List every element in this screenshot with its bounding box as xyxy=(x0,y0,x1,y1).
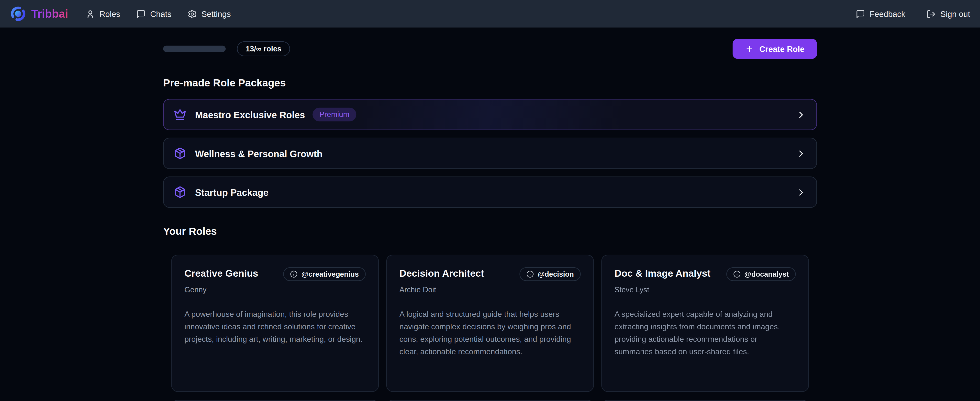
role-subtitle: Archie Doit xyxy=(399,286,581,294)
role-card-partial[interactable] xyxy=(601,400,809,401)
user-icon xyxy=(86,9,95,18)
role-handle-badge[interactable]: @creativegenius xyxy=(283,267,366,281)
brand-logo[interactable]: Tribbai xyxy=(10,6,68,22)
role-title: Doc & Image Analyst xyxy=(614,267,711,280)
card-header: Doc & Image Analyst @docanalyst xyxy=(614,267,795,281)
crown-icon xyxy=(174,108,186,121)
nav-item-roles[interactable]: Roles xyxy=(86,9,120,18)
nav-item-chats[interactable]: Chats xyxy=(137,9,172,18)
roles-toolbar: 13/∞ roles Create Role xyxy=(163,39,817,59)
role-handle: @docanalyst xyxy=(744,270,789,278)
role-card-partial[interactable] xyxy=(171,400,379,401)
nav-item-settings[interactable]: Settings xyxy=(188,9,231,18)
roles-count-badge: 13/∞ roles xyxy=(237,42,290,56)
feedback-chat-icon xyxy=(856,9,865,18)
brand-name: Tribbai xyxy=(31,7,68,20)
chevron-right-icon xyxy=(795,109,806,120)
info-icon xyxy=(290,270,298,278)
feedback-label: Feedback xyxy=(870,9,905,18)
topbar-right: Feedback Sign out xyxy=(856,9,970,18)
package-title: Startup Package xyxy=(195,187,269,197)
package-row-maestro[interactable]: Maestro Exclusive Roles Premium xyxy=(163,99,817,130)
chat-icon xyxy=(137,9,146,18)
role-handle-badge[interactable]: @decision xyxy=(520,267,581,281)
create-role-button[interactable]: Create Role xyxy=(733,39,817,59)
top-navigation-bar: Tribbai Roles Chats xyxy=(0,0,980,27)
roles-usage-progress-bar xyxy=(163,46,226,52)
card-header: Creative Genius @creativegenius xyxy=(185,267,366,281)
package-title: Wellness & Personal Growth xyxy=(195,148,323,159)
role-handle-badge[interactable]: @docanalyst xyxy=(726,267,796,281)
gear-icon xyxy=(188,9,197,18)
info-icon xyxy=(733,270,741,278)
premade-packages-heading: Pre-made Role Packages xyxy=(163,77,817,89)
package-icon xyxy=(174,186,186,198)
info-icon xyxy=(527,270,534,278)
feedback-button[interactable]: Feedback xyxy=(856,9,905,18)
role-cards-grid: Creative Genius @creativegenius Genny A … xyxy=(163,255,817,392)
package-title: Maestro Exclusive Roles xyxy=(195,109,305,120)
card-header: Decision Architect @decision xyxy=(399,267,581,281)
your-roles-heading: Your Roles xyxy=(163,225,817,237)
signout-label: Sign out xyxy=(940,9,970,18)
tribbai-logo-icon xyxy=(10,6,26,22)
chevron-right-icon xyxy=(795,187,806,197)
package-row-wellness[interactable]: Wellness & Personal Growth xyxy=(163,137,817,169)
create-role-label: Create Role xyxy=(759,44,805,53)
role-card-doc-image-analyst[interactable]: Doc & Image Analyst @docanalyst Steve Ly… xyxy=(601,255,809,392)
role-description: A logical and structured guide that help… xyxy=(399,308,581,358)
role-card-decision-architect[interactable]: Decision Architect @decision Archie Doit… xyxy=(386,255,594,392)
role-title: Creative Genius xyxy=(185,267,258,280)
role-handle: @decision xyxy=(538,270,574,278)
nav-label-chats: Chats xyxy=(150,9,172,18)
role-subtitle: Genny xyxy=(185,286,366,294)
premium-badge: Premium xyxy=(312,108,356,121)
package-row-startup[interactable]: Startup Package xyxy=(163,177,817,208)
role-handle: @creativegenius xyxy=(301,270,359,278)
plus-icon xyxy=(745,45,754,53)
role-title: Decision Architect xyxy=(399,267,484,280)
chevron-right-icon xyxy=(795,148,806,159)
role-card-creative-genius[interactable]: Creative Genius @creativegenius Genny A … xyxy=(171,255,379,392)
signout-icon xyxy=(926,9,936,18)
main-content: 13/∞ roles Create Role Pre-made Role Pac… xyxy=(163,39,817,401)
nav-label-roles: Roles xyxy=(100,9,120,18)
role-description: A powerhouse of imagination, this role p… xyxy=(185,308,366,345)
role-cards-grid-partial xyxy=(163,400,817,401)
role-card-partial[interactable] xyxy=(386,400,594,401)
package-icon xyxy=(174,147,186,160)
role-description: A specialized expert capable of analyzin… xyxy=(614,308,795,358)
main-nav: Roles Chats Settings xyxy=(86,9,231,18)
nav-label-settings: Settings xyxy=(202,9,231,18)
app-root: Tribbai Roles Chats xyxy=(0,0,980,401)
signout-button[interactable]: Sign out xyxy=(926,9,970,18)
role-subtitle: Steve Lyst xyxy=(614,286,795,294)
